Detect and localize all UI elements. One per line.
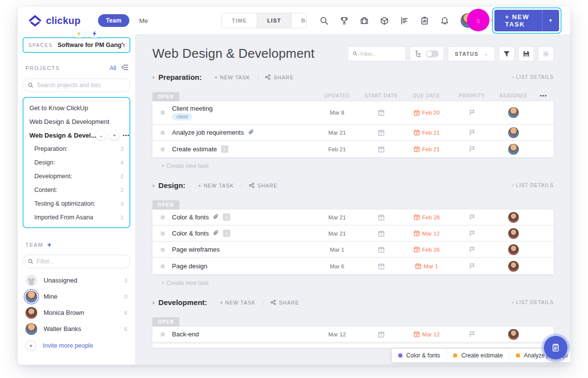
task-row[interactable]: Back-end Mar 12 Mar 12	[152, 327, 554, 343]
chart-icon[interactable]	[400, 16, 410, 25]
task-title[interactable]: Page design	[172, 262, 207, 270]
task-row[interactable]: Color & fonts 1 Mar 21 Feb 28	[152, 210, 554, 226]
section-share-button[interactable]: SHARE	[249, 183, 277, 189]
start-date-cell[interactable]	[359, 230, 403, 237]
avatar-chevron-down-icon[interactable]: ▾	[491, 18, 493, 23]
task-title[interactable]: Color & fonts	[172, 213, 209, 221]
chevron-right-icon[interactable]: ›	[152, 299, 154, 306]
invite-more-people[interactable]: + Invite more people	[23, 337, 130, 354]
chevron-right-icon[interactable]: ›	[152, 182, 154, 189]
assignee-avatar[interactable]	[508, 212, 519, 223]
legend-chip[interactable]: Create estimate	[447, 349, 510, 362]
priority-cell[interactable]	[450, 331, 494, 338]
task-title[interactable]: Color & fonts	[172, 230, 209, 237]
view-tab-list[interactable]: LIST	[257, 13, 292, 28]
notepad-fab-button[interactable]	[544, 336, 567, 359]
chevron-down-icon[interactable]: ⌄	[96, 130, 106, 140]
team-filter[interactable]	[23, 255, 130, 268]
assignee-cell[interactable]	[494, 212, 533, 223]
column-header-assignee[interactable]: ASSIGNEE	[494, 93, 533, 98]
start-date-cell[interactable]	[359, 146, 403, 153]
view-tab-board[interactable]: BOARD	[292, 13, 307, 28]
task-status-square[interactable]	[161, 111, 165, 115]
assignee-cell[interactable]	[494, 144, 533, 155]
more-options-icon[interactable]: •••	[122, 132, 130, 138]
task-status-square[interactable]	[161, 147, 165, 151]
team-filter-input[interactable]	[37, 258, 125, 265]
task-status-square[interactable]	[161, 264, 165, 268]
open-status-badge[interactable]: OPEN	[152, 317, 179, 327]
projects-all-link[interactable]: All	[110, 65, 116, 71]
assignee-cell[interactable]	[494, 107, 533, 118]
team-member-row[interactable]: Walter Banks 6	[23, 321, 130, 337]
spaces-selector[interactable]: SPACES Software for PM Gang's Sp...	[23, 37, 130, 53]
search-icon[interactable]	[319, 16, 329, 25]
create-new-task[interactable]: + Create new task	[161, 280, 554, 286]
task-row[interactable]: Client meeting client Mar 8 Feb 20	[152, 101, 554, 125]
briefcase-icon[interactable]	[360, 16, 369, 25]
due-date-cell[interactable]: Feb 20	[403, 110, 450, 116]
column-header-updated[interactable]: UPDATED	[315, 93, 359, 98]
assignee-avatar[interactable]	[508, 244, 519, 255]
projects-search-input[interactable]	[37, 82, 125, 89]
task-title[interactable]: Client meeting	[172, 105, 213, 112]
task-row[interactable]: Analyze job requirements Mar 21 Feb 21	[152, 125, 554, 141]
new-task-chevron-down-icon[interactable]: ▼	[542, 18, 559, 23]
list-filter-input[interactable]	[360, 51, 401, 57]
status-dropdown[interactable]: STATUS ⌄	[448, 47, 495, 61]
me-toggle-button[interactable]: Me	[139, 17, 148, 24]
task-row[interactable]: Page design Mar 6 Mar 1	[152, 258, 554, 274]
task-status-square[interactable]	[161, 215, 165, 219]
task-status-square[interactable]	[161, 232, 165, 236]
assignee-cell[interactable]	[494, 261, 533, 272]
list-details-link[interactable]: › LIST DETAILS	[512, 74, 554, 80]
assignee-avatar[interactable]	[508, 261, 519, 272]
assignee-cell[interactable]	[494, 228, 533, 239]
due-date-cell[interactable]: Feb 21	[403, 129, 450, 136]
project-item[interactable]: Testing & optimization: 3	[27, 197, 125, 211]
columns-more-icon[interactable]: •••	[533, 93, 554, 98]
priority-cell[interactable]	[450, 263, 494, 270]
filter-funnel-button[interactable]	[499, 47, 514, 61]
task-row[interactable]: Page wireframes Mar 1 Feb 26	[152, 242, 554, 258]
start-date-cell[interactable]	[359, 129, 403, 136]
list-details-link[interactable]: › LIST DETAILS	[512, 183, 554, 188]
column-header-priority[interactable]: PRIORITY	[450, 93, 494, 98]
due-date-cell[interactable]: Feb 21	[403, 146, 450, 152]
toggle-switch[interactable]	[426, 50, 439, 57]
task-status-square[interactable]	[161, 332, 165, 336]
view-tab-time[interactable]: TIME	[222, 13, 257, 28]
collapse-sidebar-icon[interactable]	[121, 64, 128, 72]
task-row[interactable]: Color & fonts 1 Mar 21 Mar 12	[152, 226, 554, 242]
subtask-toggle[interactable]	[410, 47, 444, 61]
list-filter[interactable]	[348, 47, 406, 61]
priority-cell[interactable]	[450, 129, 494, 136]
create-new-task[interactable]: + Create new task	[161, 163, 554, 169]
due-date-cell[interactable]: Feb 28	[403, 214, 450, 220]
due-date-cell[interactable]: Feb 26	[403, 246, 450, 253]
legend-chip[interactable]: Color & fonts	[392, 349, 447, 362]
assignee-avatar[interactable]	[508, 228, 519, 239]
task-row[interactable]: Create estimate 1 Feb 21 Feb 21	[152, 141, 554, 157]
start-date-cell[interactable]	[359, 246, 403, 253]
task-status-square[interactable]	[161, 248, 165, 252]
section-new-task-button[interactable]: + NEW TASK	[215, 74, 250, 80]
project-item[interactable]: Get to Know ClickUp	[27, 101, 125, 115]
section-share-button[interactable]: SHARE	[270, 300, 299, 306]
task-status-square[interactable]	[161, 131, 165, 135]
priority-cell[interactable]	[450, 146, 494, 153]
assignee-avatar[interactable]	[508, 107, 519, 118]
task-tag[interactable]: client	[172, 113, 192, 120]
team-member-row[interactable]: Monica Brown 6	[23, 305, 130, 321]
assignee-cell[interactable]	[494, 244, 533, 255]
cube-icon[interactable]	[380, 16, 390, 25]
priority-cell[interactable]	[450, 214, 494, 221]
settings-button[interactable]	[538, 47, 554, 61]
column-header-start-date[interactable]: START DATE	[359, 93, 403, 98]
chevron-right-icon[interactable]: ›	[152, 73, 154, 81]
projects-search[interactable]	[23, 78, 130, 92]
assignee-avatar[interactable]	[508, 329, 519, 340]
add-team-member-button[interactable]: +	[47, 241, 51, 249]
task-title[interactable]: Back-end	[172, 331, 199, 338]
start-date-cell[interactable]	[359, 214, 403, 221]
